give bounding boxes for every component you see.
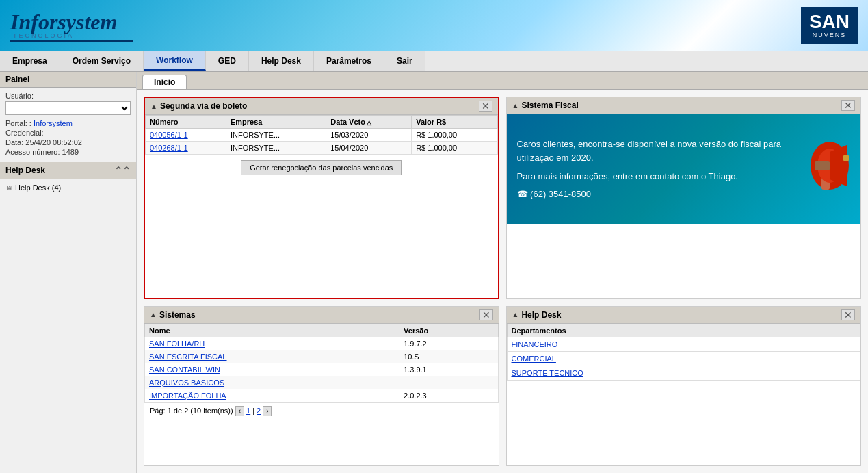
tab-bar: Início — [137, 72, 868, 90]
sistema-nome: SAN FOLHA/RH — [145, 337, 399, 350]
fiscal-panel-title: ▲ Sistema Fiscal — [512, 101, 579, 110]
sistemas-icon: ▲ — [150, 311, 157, 318]
logo-sub: TECNOLOGIA — [13, 32, 133, 39]
helpdesk-table-row: FINANCEIRO — [507, 337, 860, 351]
col-numero: Número — [146, 116, 226, 129]
helpdesk-item-icon: 🖥 — [5, 184, 12, 192]
helpdesk-dept-link[interactable]: FINANCEIRO — [512, 340, 558, 348]
sistemas-col-nome: Nome — [145, 324, 399, 337]
boleto-empresa: INFORSYTE... — [226, 129, 326, 142]
sidebar-helpdesk-title: Help Desk — [5, 166, 45, 175]
helpdesk-table-row: COMERCIAL — [507, 351, 860, 366]
boleto-empresa: INFORSYTE... — [226, 142, 326, 155]
boleto-table-row: 040056/1-1 INFORSYTE... 15/03/2020 R$ 1.… — [146, 129, 498, 142]
logo-inforsystem: Inforsystem TECNOLOGIA — [10, 10, 133, 42]
megaphone-icon — [809, 142, 850, 196]
painel-content: Usuário: Portal: : Inforsystem Credencia… — [0, 88, 136, 162]
fiscal-phone: ☎ (62) 3541-8500 — [517, 188, 803, 201]
portal-link[interactable]: Inforsystem — [34, 119, 73, 127]
nav-parametros[interactable]: Parâmetros — [314, 51, 384, 71]
sidebar-helpdesk-item[interactable]: 🖥 Help Desk (4) — [0, 179, 136, 196]
sistema-nome: ARQUIVOS BASICOS — [145, 376, 399, 389]
nuvens-label: NUVENS — [813, 31, 847, 38]
helpdesk-panel-close-button[interactable]: ✕ — [841, 309, 855, 320]
boleto-data-vcto: 15/03/2020 — [326, 129, 412, 142]
svg-rect-4 — [815, 161, 830, 170]
sidebar: Painel Usuário: Portal: : Inforsystem Cr… — [0, 72, 137, 473]
content-area: Início ▲ Segunda via de boleto ✕ Número — [137, 72, 868, 473]
boleto-panel-title: ▲ Segunda via de boleto — [150, 101, 247, 111]
fiscal-text2: Para mais informações, entre em contato … — [517, 170, 803, 183]
helpdesk-dept: FINANCEIRO — [507, 337, 860, 351]
nav-ged[interactable]: GED — [206, 51, 249, 71]
prev-page-button[interactable]: ‹ — [235, 406, 244, 416]
renegociar-button[interactable]: Gerar renegociação das parcelas vencidas — [241, 160, 402, 175]
col-valor: Valor R$ — [412, 116, 497, 129]
helpdesk-dept-link[interactable]: COMERCIAL — [512, 355, 556, 363]
next-page-button[interactable]: › — [263, 406, 272, 416]
logo-line — [10, 40, 133, 42]
nav-sair[interactable]: Sair — [384, 51, 425, 71]
sistemas-panel-title: ▲ Sistemas — [150, 310, 196, 320]
sistema-versao: 1.3.9.1 — [399, 363, 498, 376]
boleto-table: Número Empresa Data Vcto△ Valor R$ 04005… — [145, 115, 498, 155]
sistemas-table-row: IMPORTAÇÃO FOLHA 2.0.2.3 — [145, 389, 499, 402]
helpdesk-dept: COMERCIAL — [507, 351, 860, 366]
sistema-nome-link[interactable]: SAN ESCRITA FISCAL — [149, 353, 227, 361]
col-empresa: Empresa — [226, 116, 326, 129]
boleto-table-row: 040268/1-1 INFORSYTE... 15/04/2020 R$ 1.… — [146, 142, 498, 155]
fiscal-close-button[interactable]: ✕ — [841, 100, 855, 111]
usuario-select[interactable] — [5, 101, 131, 115]
sistemas-close-button[interactable]: ✕ — [479, 309, 493, 320]
sistema-versao — [399, 376, 498, 389]
boleto-numero-link[interactable]: 040056/1-1 — [150, 131, 188, 139]
page-sep: | — [252, 407, 254, 415]
boleto-close-button[interactable]: ✕ — [479, 101, 492, 112]
nav-empresa[interactable]: Empresa — [0, 51, 60, 71]
dashboard: ▲ Segunda via de boleto ✕ Número Empresa… — [137, 90, 868, 473]
main-layout: Painel Usuário: Portal: : Inforsystem Cr… — [0, 72, 868, 473]
sistema-nome: IMPORTAÇÃO FOLHA — [145, 389, 399, 402]
sistemas-table-row: ARQUIVOS BASICOS — [145, 376, 499, 389]
logo-san: SAN NUVENS — [801, 7, 858, 44]
portal-value: : Inforsystem — [29, 119, 73, 127]
sistema-nome-link[interactable]: ARQUIVOS BASICOS — [149, 379, 224, 387]
sistema-nome-link[interactable]: SAN FOLHA/RH — [149, 340, 205, 348]
nav-ordem-servico[interactable]: Ordem Serviço — [60, 51, 144, 71]
sistema-versao: 2.0.2.3 — [399, 389, 498, 402]
sistema-nome-link[interactable]: IMPORTAÇÃO FOLHA — [149, 392, 226, 400]
boleto-numero: 040056/1-1 — [146, 129, 226, 142]
tab-inicio[interactable]: Início — [142, 75, 187, 89]
painel-section: Painel Usuário: Portal: : Inforsystem Cr… — [0, 72, 136, 162]
boleto-valor: R$ 1.000,00 — [412, 142, 497, 155]
usuario-label: Usuário: — [5, 92, 131, 100]
nav-helpdesk[interactable]: Help Desk — [249, 51, 314, 71]
nav-workflow[interactable]: Workflow — [144, 51, 206, 71]
sistema-nome: SAN ESCRITA FISCAL — [145, 350, 399, 363]
sistema-versao: 1.9.7.2 — [399, 337, 498, 350]
helpdesk-table-row: SUPORTE TECNICO — [507, 366, 860, 380]
page-1-link[interactable]: 1 — [246, 407, 250, 415]
sistemas-col-versao: Versão — [399, 324, 498, 337]
fiscal-text1: Caros clientes, encontra-se disponível a… — [517, 138, 803, 164]
sistemas-table-row: SAN FOLHA/RH 1.9.7.2 — [145, 337, 499, 350]
sistemas-table-row: SAN ESCRITA FISCAL 10.S — [145, 350, 499, 363]
fiscal-scroll-area[interactable]: Caros clientes, encontra-se disponível a… — [507, 114, 861, 251]
data-info: Data: 25/4/20 08:52:02 — [5, 138, 131, 146]
helpdesk-dept: SUPORTE TECNICO — [507, 366, 860, 380]
page-2-link[interactable]: 2 — [257, 407, 261, 415]
fiscal-panel: ▲ Sistema Fiscal ✕ Caros clientes, encon… — [506, 97, 862, 299]
fiscal-text: Caros clientes, encontra-se disponível a… — [517, 138, 803, 201]
helpdesk-dept-link[interactable]: SUPORTE TECNICO — [512, 369, 583, 377]
boleto-valor: R$ 1.000,00 — [412, 129, 497, 142]
boleto-numero-link[interactable]: 040268/1-1 — [150, 144, 188, 152]
sistemas-panel-header: ▲ Sistemas ✕ — [144, 307, 499, 324]
helpdesk-item-label: Help Desk (4) — [15, 183, 61, 192]
sistema-nome-link[interactable]: SAN CONTABIL WIN — [149, 366, 220, 374]
svg-rect-5 — [843, 155, 849, 161]
boleto-panel-header: ▲ Segunda via de boleto ✕ — [145, 98, 498, 115]
helpdesk-panel-table: Departamentos FINANCEIRO COMERCIAL SUPOR… — [507, 324, 861, 381]
sistema-nome: SAN CONTABIL WIN — [145, 363, 399, 376]
fiscal-panel-header: ▲ Sistema Fiscal ✕ — [507, 97, 861, 114]
collapse-button[interactable]: ⌃⌃ — [114, 165, 131, 176]
